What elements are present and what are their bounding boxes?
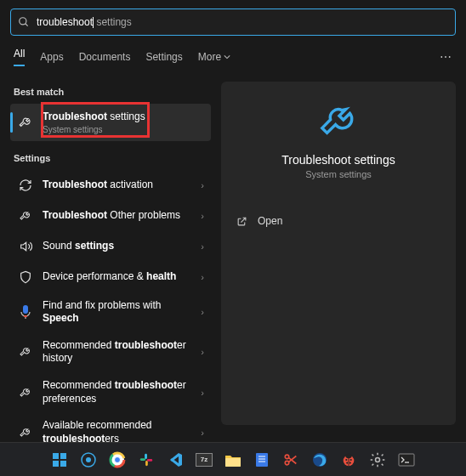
taskbar-copilot[interactable] — [77, 449, 99, 471]
search-icon — [18, 16, 30, 28]
svg-rect-2 — [23, 305, 28, 314]
taskbar-explorer[interactable] — [222, 449, 244, 471]
taskbar-vscode[interactable] — [164, 449, 186, 471]
more-options-button[interactable]: ⋯ — [440, 50, 452, 64]
svg-point-37 — [350, 462, 351, 463]
settings-result-item[interactable]: Sound settings› — [10, 231, 211, 262]
mic-icon — [17, 303, 34, 320]
settings-result-item[interactable]: Find and fix problems with Speech› — [10, 292, 211, 332]
result-title: Recommended troubleshooter preferences — [43, 379, 189, 405]
svg-rect-39 — [399, 454, 414, 466]
svg-point-36 — [346, 462, 348, 463]
settings-result-item[interactable]: Device performance & health› — [10, 262, 211, 292]
wrench-rec-icon — [17, 424, 34, 441]
chevron-right-icon: › — [201, 428, 204, 438]
settings-result-item[interactable]: Recommended troubleshooter preferences› — [10, 372, 211, 412]
taskbar-notes[interactable] — [251, 449, 273, 471]
taskbar-firefox-dev[interactable] — [309, 449, 331, 471]
svg-rect-4 — [24, 315, 27, 317]
results-column: Best match Troubleshoot settings System … — [10, 82, 211, 452]
chevron-right-icon: › — [201, 180, 204, 190]
wrench-rec-icon — [17, 384, 34, 401]
result-title: Sound settings — [43, 240, 189, 253]
svg-point-34 — [345, 458, 347, 460]
svg-rect-6 — [60, 453, 66, 459]
open-label: Open — [258, 215, 282, 227]
result-title: Recommended troubleshooter history — [43, 339, 189, 366]
svg-point-0 — [20, 18, 26, 25]
wrench-icon — [319, 102, 358, 141]
open-icon — [236, 216, 247, 227]
svg-rect-5 — [53, 453, 59, 459]
settings-result-item[interactable]: Troubleshoot Other problems› — [10, 201, 211, 231]
svg-point-35 — [350, 458, 352, 460]
best-match-result[interactable]: Troubleshoot settings System settings — [10, 104, 211, 141]
preview-title: Troubleshoot settings — [281, 153, 395, 167]
tab-settings[interactable]: Settings — [145, 51, 182, 63]
search-suffix: settings — [94, 16, 132, 28]
open-action[interactable]: Open — [231, 207, 446, 235]
taskbar: 7z — [0, 442, 466, 476]
chevron-right-icon: › — [201, 211, 204, 221]
best-match-label: Best match — [14, 87, 211, 97]
settings-section-label: Settings — [14, 153, 211, 163]
tab-all[interactable]: All — [14, 48, 25, 66]
settings-result-item[interactable]: Recommended troubleshooter history› — [10, 332, 211, 372]
refresh-icon — [17, 177, 34, 194]
result-title: Troubleshoot Other problems — [43, 209, 189, 223]
settings-result-item[interactable]: Troubleshoot activation› — [10, 170, 211, 201]
taskbar-slack[interactable] — [135, 449, 157, 471]
tab-more[interactable]: More — [198, 51, 230, 63]
svg-rect-20 — [147, 459, 152, 462]
svg-rect-17 — [145, 453, 147, 458]
taskbar-ladybug[interactable] — [338, 449, 360, 471]
svg-rect-19 — [145, 460, 148, 465]
taskbar-start[interactable] — [48, 449, 71, 471]
preview-subtitle: System settings — [305, 169, 372, 179]
result-title: Device performance & health — [43, 270, 189, 284]
sound-icon — [17, 238, 34, 255]
best-match-title: Troubleshoot settings — [43, 110, 204, 124]
search-input[interactable]: troubleshoot settings — [37, 16, 448, 28]
chevron-right-icon: › — [201, 241, 204, 252]
taskbar-chrome[interactable] — [106, 449, 128, 471]
svg-rect-8 — [60, 461, 66, 467]
svg-rect-18 — [140, 458, 145, 461]
wrench-icon — [17, 114, 34, 131]
taskbar-scissors[interactable] — [280, 449, 302, 471]
chevron-down-icon — [224, 54, 230, 60]
chevron-right-icon: › — [201, 388, 204, 398]
taskbar-7z[interactable]: 7z — [193, 449, 215, 471]
taskbar-gear[interactable] — [367, 449, 389, 471]
search-bar[interactable]: troubleshoot settings — [10, 8, 456, 36]
svg-point-10 — [86, 457, 91, 462]
svg-rect-21 — [225, 458, 241, 467]
best-match-subtitle: System settings — [43, 125, 204, 134]
svg-rect-7 — [53, 461, 59, 467]
search-query: troubleshoot — [37, 16, 93, 28]
chevron-right-icon: › — [201, 347, 204, 357]
result-title: Find and fix problems with Speech — [43, 299, 189, 326]
shield-icon — [17, 269, 34, 286]
svg-line-1 — [26, 24, 28, 26]
filter-tabs: All Apps Documents Settings More ⋯ — [0, 48, 466, 66]
svg-point-38 — [376, 457, 380, 462]
taskbar-terminal[interactable] — [395, 449, 418, 471]
chevron-right-icon: › — [201, 307, 204, 317]
tab-documents[interactable]: Documents — [79, 51, 131, 63]
chevron-right-icon: › — [201, 272, 204, 282]
preview-panel: Troubleshoot settings System settings Op… — [221, 82, 456, 425]
svg-rect-22 — [256, 453, 268, 467]
result-title: Troubleshoot activation — [43, 178, 189, 192]
wrench-rec-icon — [17, 343, 34, 360]
tab-apps[interactable]: Apps — [40, 51, 63, 63]
wrench-icon — [17, 207, 34, 224]
